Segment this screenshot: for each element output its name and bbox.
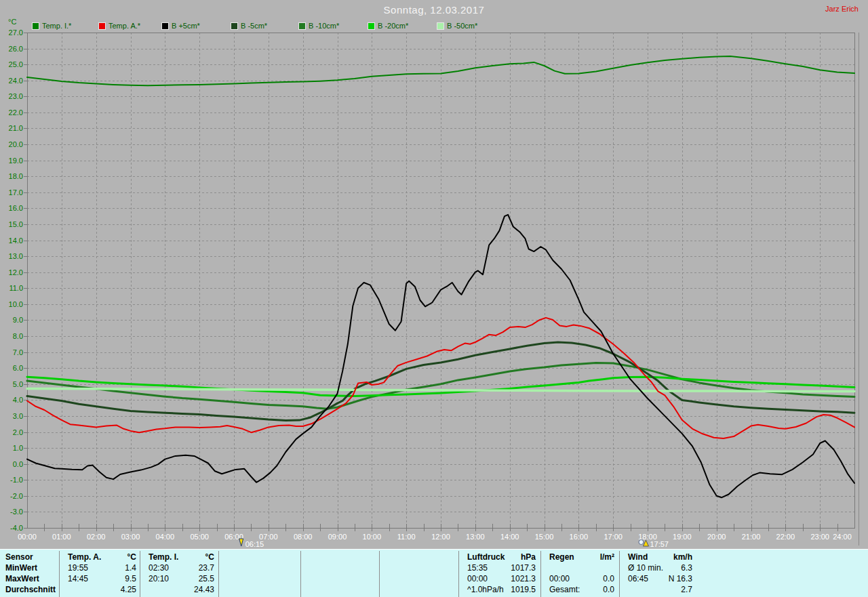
table-divider: [458, 551, 459, 597]
table-cell-time: 00:00: [467, 574, 488, 583]
svg-text:20:00: 20:00: [707, 533, 726, 541]
svg-text:23.0: 23.0: [9, 92, 23, 100]
table-row-label-maxwert: MaxWert: [5, 574, 39, 583]
table-divider: [59, 551, 60, 597]
svg-text:5.0: 5.0: [13, 380, 23, 388]
svg-text:21:00: 21:00: [742, 533, 761, 541]
table-cell-time: 14:45: [68, 574, 88, 583]
table-cell-time: Luftdruck: [467, 552, 505, 562]
svg-text:13:00: 13:00: [466, 533, 485, 541]
table-cell-value: 2.7: [681, 585, 692, 594]
table-divider: [540, 551, 541, 597]
svg-text:-1.0: -1.0: [10, 476, 23, 484]
svg-text:19:00: 19:00: [673, 533, 692, 541]
table-cell-value: 25.5: [199, 574, 214, 583]
svg-text:17:00: 17:00: [604, 533, 623, 541]
table-cell-time: ^1.0hPa/h: [467, 585, 504, 594]
svg-text:-3.0: -3.0: [10, 508, 23, 516]
table-cell-value: 24.43: [194, 585, 214, 594]
table-row-label-sensor: Sensor: [5, 552, 33, 562]
sunrise-icon: [239, 539, 243, 546]
svg-text:15:00: 15:00: [535, 533, 554, 541]
table-cell-value: 1017.3: [511, 563, 536, 573]
sunset-time-label: 17:57: [650, 540, 669, 548]
table-cell-time: Temp. A.: [68, 552, 101, 562]
grid: [27, 33, 854, 528]
svg-text:24:00: 24:00: [833, 533, 852, 541]
table-cell-value: km/h: [673, 552, 692, 562]
svg-text:22:00: 22:00: [776, 533, 795, 541]
table-divider: [218, 551, 219, 597]
svg-text:4.0: 4.0: [13, 396, 23, 404]
table-cell-time: 19:55: [68, 563, 88, 573]
table-cell-value: 9.5: [125, 574, 136, 583]
svg-text:26.0: 26.0: [9, 45, 23, 53]
sunset-icon-triangle: [643, 540, 648, 546]
svg-text:05:00: 05:00: [190, 533, 209, 541]
svg-text:13.0: 13.0: [9, 252, 23, 260]
svg-text:23:00: 23:00: [810, 533, 829, 541]
svg-text:25.0: 25.0: [9, 60, 23, 68]
svg-text:21.0: 21.0: [9, 124, 23, 132]
sunrise-time-label: 06:15: [245, 540, 264, 548]
svg-text:3.0: 3.0: [13, 412, 23, 420]
table-cell-time: 06:45: [628, 574, 648, 583]
svg-text:22.0: 22.0: [9, 108, 23, 117]
svg-text:6.0: 6.0: [13, 364, 23, 372]
svg-text:19.0: 19.0: [9, 157, 23, 165]
table-cell-value: l/m²: [600, 552, 614, 562]
table-cell-time: Ø 10 min.: [628, 563, 663, 573]
table-cell-value: °C: [205, 552, 214, 562]
table-divider: [300, 551, 301, 597]
series-b-50cm: [27, 388, 854, 391]
svg-text:20.0: 20.0: [9, 140, 23, 148]
table-cell-time: 15:35: [467, 563, 488, 573]
table-cell-value: 1.4: [125, 563, 136, 573]
svg-text:1.0: 1.0: [13, 444, 23, 452]
svg-text:14:00: 14:00: [500, 533, 519, 541]
svg-text:2.0: 2.0: [13, 428, 23, 436]
sunset-icon: [639, 540, 644, 545]
svg-text:02:00: 02:00: [87, 533, 106, 541]
svg-text:14.0: 14.0: [9, 236, 23, 245]
table-cell-time: 00:00: [549, 574, 570, 583]
table-cell-value: °C: [127, 552, 136, 562]
svg-text:01:00: 01:00: [52, 533, 71, 541]
table-divider: [379, 551, 380, 597]
svg-text:7.0: 7.0: [13, 348, 23, 356]
svg-text:12.0: 12.0: [9, 268, 23, 276]
x-axis-labels: 00:0001:0002:0003:0004:0005:0006:0007:00…: [18, 533, 852, 541]
svg-text:15.0: 15.0: [9, 220, 23, 228]
svg-text:09:00: 09:00: [328, 533, 347, 541]
table-divider: [619, 551, 620, 597]
y-axis-labels: 27.026.025.024.023.022.021.020.019.018.0…: [9, 28, 23, 532]
table-cell-time: Temp. I.: [149, 552, 178, 562]
svg-text:-2.0: -2.0: [10, 492, 23, 500]
chart-canvas: 27.026.025.024.023.022.021.020.019.018.0…: [0, 0, 868, 549]
svg-text:11.0: 11.0: [9, 284, 23, 292]
svg-text:18.0: 18.0: [9, 172, 23, 180]
table-row-label-durchschnitt: Durchschnitt: [5, 585, 56, 594]
table-cell-time: 02:30: [149, 563, 169, 573]
table-cell-value: 0.0: [603, 585, 614, 594]
svg-text:-4.0: -4.0: [10, 524, 23, 532]
table-cell-value: 1019.5: [511, 585, 536, 594]
table-cell-value: 1021.3: [511, 574, 536, 583]
weather-day-chart-window: Sonntag, 12.03.2017 Jarz Erich °C Temp. …: [0, 0, 868, 597]
table-cell-value: 23.7: [199, 563, 214, 573]
svg-text:24.0: 24.0: [9, 77, 23, 85]
svg-text:11:00: 11:00: [397, 533, 416, 541]
table-divider: [140, 551, 140, 597]
table-row-label-minwert: MinWert: [5, 563, 37, 573]
svg-text:16.0: 16.0: [9, 204, 23, 212]
table-cell-time: 20:10: [149, 574, 169, 583]
table-cell-value: 0.0: [603, 574, 614, 583]
table-cell-value: 6.3: [681, 563, 692, 573]
table-cell-value: 4.25: [121, 585, 136, 594]
summary-table: SensorMinWertMaxWertDurchschnittTemp. A.…: [0, 549, 868, 597]
table-cell-value: N 16.3: [669, 574, 692, 583]
svg-text:08:00: 08:00: [294, 533, 313, 541]
svg-text:12:00: 12:00: [431, 533, 450, 541]
svg-text:17.0: 17.0: [9, 188, 23, 197]
table-cell-time: Regen: [549, 552, 574, 562]
